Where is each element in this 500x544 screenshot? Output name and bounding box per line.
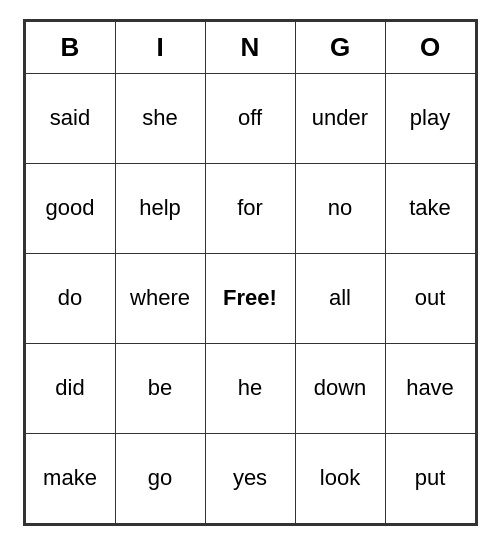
cell-r4-c2: yes xyxy=(205,433,295,523)
cell-r2-c0: do xyxy=(25,253,115,343)
cell-r3-c1: be xyxy=(115,343,205,433)
cell-r4-c1: go xyxy=(115,433,205,523)
header-row: BINGO xyxy=(25,21,475,73)
cell-r4-c4: put xyxy=(385,433,475,523)
header-cell-b: B xyxy=(25,21,115,73)
cell-r3-c2: he xyxy=(205,343,295,433)
cell-r0-c2: off xyxy=(205,73,295,163)
cell-r2-c4: out xyxy=(385,253,475,343)
cell-r4-c3: look xyxy=(295,433,385,523)
cell-r4-c0: make xyxy=(25,433,115,523)
table-row: makegoyeslookput xyxy=(25,433,475,523)
cell-r2-c1: where xyxy=(115,253,205,343)
bingo-table: BINGO saidsheoffunderplaygoodhelpfornota… xyxy=(25,21,476,524)
table-row: didbehedownhave xyxy=(25,343,475,433)
table-row: goodhelpfornotake xyxy=(25,163,475,253)
cell-r0-c1: she xyxy=(115,73,205,163)
table-row: saidsheoffunderplay xyxy=(25,73,475,163)
cell-r1-c3: no xyxy=(295,163,385,253)
cell-r2-c3: all xyxy=(295,253,385,343)
cell-r0-c4: play xyxy=(385,73,475,163)
table-row: dowhereFree!allout xyxy=(25,253,475,343)
cell-r3-c0: did xyxy=(25,343,115,433)
header-cell-i: I xyxy=(115,21,205,73)
cell-r1-c4: take xyxy=(385,163,475,253)
cell-r3-c3: down xyxy=(295,343,385,433)
cell-r0-c3: under xyxy=(295,73,385,163)
bingo-card: BINGO saidsheoffunderplaygoodhelpfornota… xyxy=(23,19,478,526)
cell-r2-c2: Free! xyxy=(205,253,295,343)
cell-r1-c2: for xyxy=(205,163,295,253)
cell-r1-c0: good xyxy=(25,163,115,253)
cell-r0-c0: said xyxy=(25,73,115,163)
header-cell-n: N xyxy=(205,21,295,73)
cell-r3-c4: have xyxy=(385,343,475,433)
header-cell-g: G xyxy=(295,21,385,73)
header-cell-o: O xyxy=(385,21,475,73)
cell-r1-c1: help xyxy=(115,163,205,253)
